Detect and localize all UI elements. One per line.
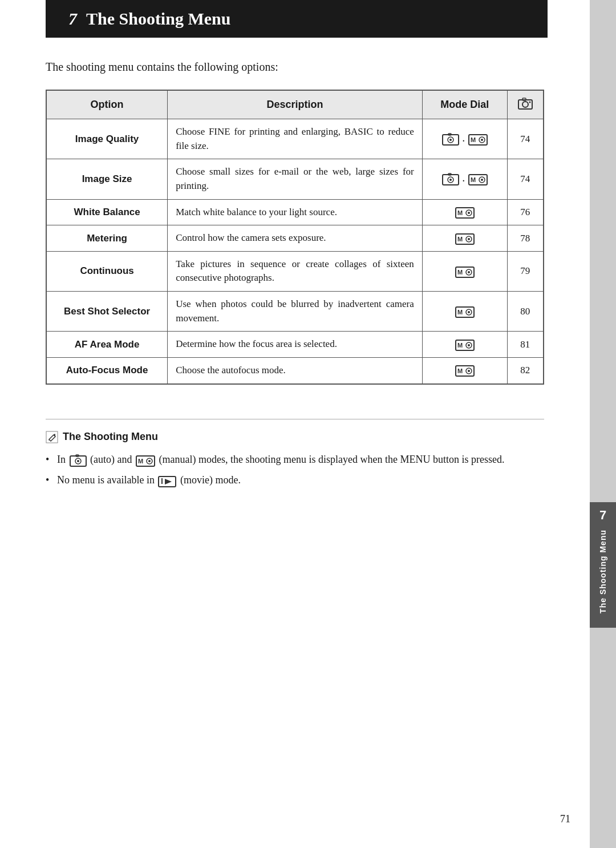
camera-header-icon <box>517 96 533 110</box>
manual-mode-icon-note: M <box>136 454 155 467</box>
option-name-cell: Continuous <box>46 251 168 291</box>
option-name-cell: AF Area Mode <box>46 332 168 358</box>
note-section: The Shooting Menu In (auto) and <box>46 419 544 489</box>
side-tab-label: The Shooting Menu <box>598 530 607 613</box>
col-header-description: Description <box>168 90 423 119</box>
mode-icons-cell: M <box>422 358 507 384</box>
option-name-cell: Metering <box>46 225 168 252</box>
mode-dot: . <box>463 135 465 143</box>
table-row: AF Area ModeDetermine how the focus area… <box>46 332 544 358</box>
svg-text:M: M <box>471 136 476 143</box>
svg-text:M: M <box>457 209 463 216</box>
svg-point-39 <box>468 344 470 346</box>
col-header-mode: Mode Dial <box>422 90 507 119</box>
manual-cam-icon: M <box>468 173 488 185</box>
col-header-page <box>507 90 544 119</box>
page-footer: 71 <box>560 813 570 825</box>
page-ref-cell: 78 <box>507 225 544 252</box>
chapter-header: 7 The Shooting Menu <box>46 0 548 38</box>
description-cell: Determine how the focus area is selected… <box>168 332 423 358</box>
mode-icons-cell: M <box>422 251 507 291</box>
mode-icons-cell: M <box>422 199 507 225</box>
table-row: Best Shot SelectorUse when photos could … <box>46 292 544 332</box>
svg-point-27 <box>468 238 470 240</box>
mode-icons-cell: M <box>422 225 507 252</box>
svg-text:M: M <box>457 269 463 276</box>
options-table: Option Description Mode Dial I <box>46 90 544 385</box>
note-title-text: The Shooting Menu <box>63 431 158 443</box>
note-title-row: The Shooting Menu <box>46 431 544 443</box>
svg-text:M: M <box>138 458 143 465</box>
manual-cam-icon: M <box>455 305 475 318</box>
table-row: ContinuousTake pictures in sequence or c… <box>46 251 544 291</box>
svg-text:M: M <box>457 236 463 243</box>
svg-text:M: M <box>471 176 476 183</box>
table-row: White BalanceMatch white balance to your… <box>46 199 544 225</box>
auto-mode-icon <box>70 454 87 467</box>
description-cell: Choose the autofocus mode. <box>168 358 423 384</box>
manual-cam-icon: M <box>455 265 475 278</box>
page-ref-cell: 74 <box>507 159 544 199</box>
svg-point-6 <box>449 139 452 141</box>
svg-point-11 <box>481 139 483 141</box>
svg-point-1 <box>522 102 528 107</box>
manual-cam-icon: M <box>455 338 475 351</box>
table-row: Image SizeChoose small sizes for e-mail … <box>46 159 544 199</box>
svg-point-35 <box>468 311 470 313</box>
description-cell: Use when photos could be blurred by inad… <box>168 292 423 332</box>
option-name-cell: Best Shot Selector <box>46 292 168 332</box>
svg-point-14 <box>449 179 452 181</box>
svg-point-23 <box>468 212 470 214</box>
note-item-2: No menu is available in (movie) mode. <box>46 472 544 488</box>
chapter-title: The Shooting Menu <box>86 9 230 29</box>
movie-mode-icon <box>158 475 176 487</box>
col-header-option: Option <box>46 90 168 119</box>
table-row: MeteringControl how the camera sets expo… <box>46 225 544 252</box>
mode-icons-cell: . M <box>422 119 507 159</box>
pencil-icon <box>46 431 58 443</box>
manual-cam-icon: M <box>455 232 475 245</box>
mode-icons-cell: M <box>422 292 507 332</box>
auto-cam-icon <box>442 173 459 185</box>
side-tab-background <box>590 0 616 848</box>
description-cell: Choose small sizes for e-mail or the web… <box>168 159 423 199</box>
svg-point-19 <box>481 179 483 181</box>
manual-cam-icon: M <box>468 133 488 146</box>
table-row: Auto-Focus ModeChoose the autofocus mode… <box>46 358 544 384</box>
page-ref-cell: 79 <box>507 251 544 291</box>
main-content: The shooting menu contains the following… <box>0 38 590 527</box>
svg-point-43 <box>468 370 470 372</box>
page-container: 7 The Shooting Menu 7 The Shooting Menu … <box>0 0 616 848</box>
mode-icons-cell: . M <box>422 159 507 199</box>
page-ref-cell: 74 <box>507 119 544 159</box>
page-ref-cell: 80 <box>507 292 544 332</box>
option-name-cell: Image Size <box>46 159 168 199</box>
description-cell: Control how the camera sets exposure. <box>168 225 423 252</box>
table-row: Image QualityChoose FINE for printing an… <box>46 119 544 159</box>
note-item-1: In (auto) and M <box>46 451 544 468</box>
manual-cam-icon: M <box>455 364 475 377</box>
option-name-cell: White Balance <box>46 199 168 225</box>
side-tab-number: 7 <box>599 508 606 523</box>
svg-point-52 <box>148 460 151 462</box>
svg-point-47 <box>77 460 79 462</box>
svg-marker-54 <box>165 479 172 484</box>
svg-point-31 <box>468 271 470 273</box>
svg-text:M: M <box>457 309 463 316</box>
description-cell: Take pictures in sequence or create coll… <box>168 251 423 291</box>
auto-cam-icon <box>442 133 459 146</box>
mode-dot: . <box>463 175 465 183</box>
manual-cam-icon: M <box>455 206 475 219</box>
page-ref-cell: 82 <box>507 358 544 384</box>
description-cell: Match white balance to your light source… <box>168 199 423 225</box>
page-ref-cell: 81 <box>507 332 544 358</box>
description-cell: Choose FINE for printing and enlarging, … <box>168 119 423 159</box>
intro-text: The shooting menu contains the following… <box>46 60 544 74</box>
option-name-cell: Image Quality <box>46 119 168 159</box>
page-ref-cell: 76 <box>507 199 544 225</box>
note-list: In (auto) and M <box>46 451 544 489</box>
side-tab-section: 7 The Shooting Menu <box>590 502 616 628</box>
svg-text:M: M <box>457 342 463 349</box>
chapter-number: 7 <box>68 9 77 29</box>
mode-icons-cell: M <box>422 332 507 358</box>
